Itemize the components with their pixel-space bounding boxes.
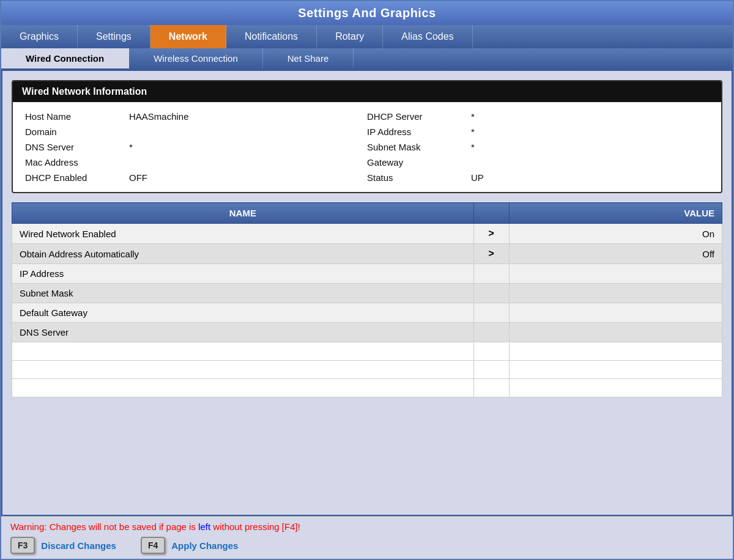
info-box-body: Host Name HAASmachine Domain DNS Server … bbox=[13, 102, 721, 192]
row-value-cell: On bbox=[509, 224, 722, 244]
warning-text: Warning: Changes will not be saved if pa… bbox=[10, 521, 724, 532]
row-name-cell: IP Address bbox=[12, 264, 474, 284]
row-value-cell: Off bbox=[509, 244, 722, 264]
row-name-cell: Obtain Address Automatically bbox=[12, 244, 474, 264]
row-value-cell bbox=[509, 284, 722, 303]
subtab-wireless[interactable]: Wireless Connection bbox=[129, 48, 263, 68]
empty-row bbox=[12, 361, 722, 379]
value-dhcp-enabled: OFF bbox=[129, 172, 367, 183]
tab-network[interactable]: Network bbox=[150, 25, 226, 48]
row-name-cell: DNS Server bbox=[12, 323, 474, 342]
value-mac bbox=[129, 157, 367, 168]
window-title: Settings And Graphics bbox=[298, 6, 436, 20]
row-value-cell bbox=[509, 303, 722, 323]
content-area: Wired Network Information Host Name HAAS… bbox=[1, 70, 733, 516]
col-header-value: VALUE bbox=[509, 203, 722, 224]
row-arrow-cell: > bbox=[473, 244, 509, 264]
row-value-cell bbox=[509, 264, 722, 284]
footer-buttons: F3 Discard Changes F4 Apply Changes bbox=[10, 537, 724, 554]
label-ip: IP Address bbox=[367, 127, 465, 137]
value-subnet: * bbox=[471, 142, 709, 152]
settings-table: NAME VALUE Wired Network Enabled>OnObtai… bbox=[12, 202, 722, 397]
apply-group: F4 Apply Changes bbox=[141, 537, 239, 554]
empty-row bbox=[12, 379, 722, 397]
tab-settings[interactable]: Settings bbox=[78, 25, 150, 48]
label-hostname: Host Name bbox=[25, 111, 123, 122]
tab-alias-codes[interactable]: Alias Codes bbox=[383, 25, 472, 48]
row-value-cell bbox=[509, 323, 722, 342]
row-arrow-cell bbox=[473, 284, 509, 303]
discard-group: F3 Discard Changes bbox=[10, 537, 116, 554]
title-bar: Settings And Graphics bbox=[1, 1, 733, 25]
col-header-arrow bbox=[473, 203, 509, 224]
value-hostname: HAASmachine bbox=[129, 111, 367, 122]
row-arrow-cell bbox=[473, 303, 509, 323]
label-gateway: Gateway bbox=[367, 157, 465, 168]
f3-button[interactable]: F3 bbox=[10, 537, 35, 554]
label-dns: DNS Server bbox=[25, 142, 123, 152]
subtab-netshare[interactable]: Net Share bbox=[263, 48, 354, 68]
footer: Warning: Changes will not be saved if pa… bbox=[1, 516, 733, 559]
label-domain: Domain bbox=[25, 127, 123, 137]
row-arrow-cell bbox=[473, 323, 509, 342]
table-row[interactable]: Default Gateway bbox=[12, 303, 722, 323]
label-subnet: Subnet Mask bbox=[367, 142, 465, 152]
sub-tabs: Wired Connection Wireless Connection Net… bbox=[1, 48, 733, 70]
table-row[interactable]: IP Address bbox=[12, 264, 722, 284]
table-row[interactable]: Subnet Mask bbox=[12, 284, 722, 303]
value-gateway bbox=[471, 157, 709, 168]
info-box-header: Wired Network Information bbox=[13, 81, 721, 102]
tab-rotary[interactable]: Rotary bbox=[317, 25, 383, 48]
subtab-wired[interactable]: Wired Connection bbox=[1, 48, 129, 68]
row-name-cell: Wired Network Enabled bbox=[12, 224, 474, 244]
main-tabs: Graphics Settings Network Notifications … bbox=[1, 25, 733, 48]
info-right-col: DHCP Server * IP Address * Subnet Mask *… bbox=[367, 111, 709, 183]
discard-link[interactable]: Discard Changes bbox=[41, 540, 116, 551]
label-status: Status bbox=[367, 172, 465, 183]
table-row[interactable]: DNS Server bbox=[12, 323, 722, 342]
value-ip: * bbox=[471, 127, 709, 137]
value-dhcp-server: * bbox=[471, 111, 709, 122]
table-row[interactable]: Wired Network Enabled>On bbox=[12, 224, 722, 244]
table-row[interactable]: Obtain Address Automatically>Off bbox=[12, 244, 722, 264]
apply-link[interactable]: Apply Changes bbox=[171, 540, 238, 551]
row-arrow-cell: > bbox=[473, 224, 509, 244]
warning-blue: left bbox=[198, 521, 210, 532]
info-left-col: Host Name HAASmachine Domain DNS Server … bbox=[25, 111, 367, 183]
value-status: UP bbox=[471, 172, 709, 183]
row-arrow-cell bbox=[473, 264, 509, 284]
tab-graphics[interactable]: Graphics bbox=[1, 25, 78, 48]
label-dhcp-server: DHCP Server bbox=[367, 111, 465, 122]
tab-notifications[interactable]: Notifications bbox=[226, 25, 317, 48]
row-name-cell: Default Gateway bbox=[12, 303, 474, 323]
value-dns: * bbox=[129, 142, 367, 152]
row-name-cell: Subnet Mask bbox=[12, 284, 474, 303]
app-window: Settings And Graphics Graphics Settings … bbox=[0, 0, 734, 560]
value-domain bbox=[129, 127, 367, 137]
wired-info-box: Wired Network Information Host Name HAAS… bbox=[12, 80, 722, 193]
empty-row bbox=[12, 342, 722, 361]
f4-button[interactable]: F4 bbox=[141, 537, 165, 554]
settings-table-container: NAME VALUE Wired Network Enabled>OnObtai… bbox=[12, 202, 722, 506]
col-header-name: NAME bbox=[12, 203, 474, 224]
label-mac: Mac Address bbox=[25, 157, 123, 168]
label-dhcp-enabled: DHCP Enabled bbox=[25, 172, 123, 183]
